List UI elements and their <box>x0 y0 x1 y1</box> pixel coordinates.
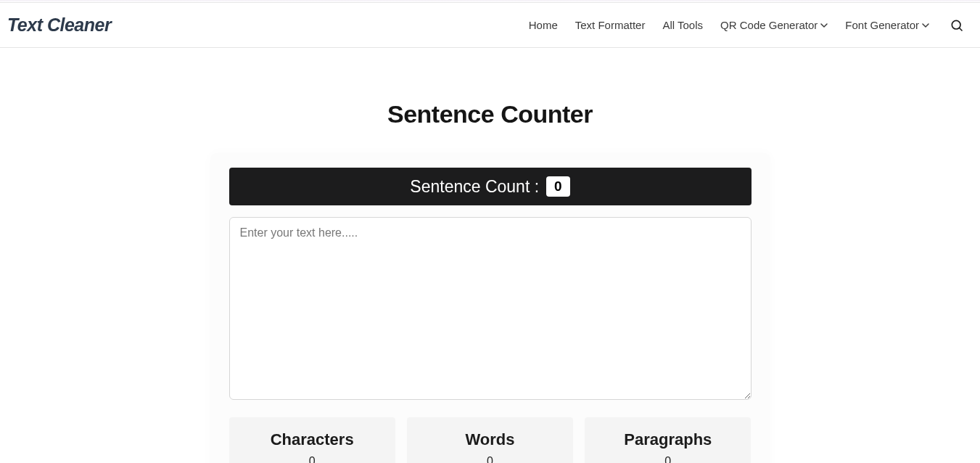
site-logo[interactable]: Text Cleaner <box>7 15 111 36</box>
nav-font-generator[interactable]: Font Generator <box>845 19 929 31</box>
stat-paragraphs-label: Paragraphs <box>592 430 744 449</box>
stat-paragraphs: Paragraphs 0 <box>585 417 751 463</box>
svg-line-1 <box>960 28 963 30</box>
chevron-down-icon <box>820 22 828 29</box>
sentence-count-value: 0 <box>546 176 570 197</box>
site-header: Text Cleaner Home Text Formatter All Too… <box>0 3 980 48</box>
main-content: Sentence Counter Sentence Count : 0 Char… <box>0 48 980 463</box>
search-icon <box>950 18 964 33</box>
nav-qr-code-generator[interactable]: QR Code Generator <box>720 19 828 31</box>
counter-card: Sentence Count : 0 Characters 0 Words 0 … <box>210 153 770 463</box>
main-nav: Home Text Formatter All Tools QR Code Ge… <box>529 15 967 36</box>
text-input[interactable] <box>229 217 752 400</box>
nav-font-label: Font Generator <box>845 19 919 31</box>
sentence-count-label: Sentence Count : <box>410 177 539 197</box>
search-button[interactable] <box>947 15 967 36</box>
stat-words-value: 0 <box>414 455 566 463</box>
stat-words-label: Words <box>414 430 566 449</box>
nav-all-tools[interactable]: All Tools <box>662 19 703 31</box>
stat-paragraphs-value: 0 <box>592 455 744 463</box>
chevron-down-icon <box>922 22 929 29</box>
page-title: Sentence Counter <box>0 100 980 128</box>
svg-point-0 <box>952 20 960 29</box>
stat-words: Words 0 <box>407 417 573 463</box>
stat-characters: Characters 0 <box>229 417 395 463</box>
stat-characters-label: Characters <box>236 430 388 449</box>
nav-home[interactable]: Home <box>529 19 558 31</box>
stat-characters-value: 0 <box>236 455 388 463</box>
nav-text-formatter[interactable]: Text Formatter <box>575 19 646 31</box>
sentence-count-bar: Sentence Count : 0 <box>229 168 752 205</box>
stats-row: Characters 0 Words 0 Paragraphs 0 <box>229 417 752 463</box>
nav-qr-label: QR Code Generator <box>720 19 818 31</box>
